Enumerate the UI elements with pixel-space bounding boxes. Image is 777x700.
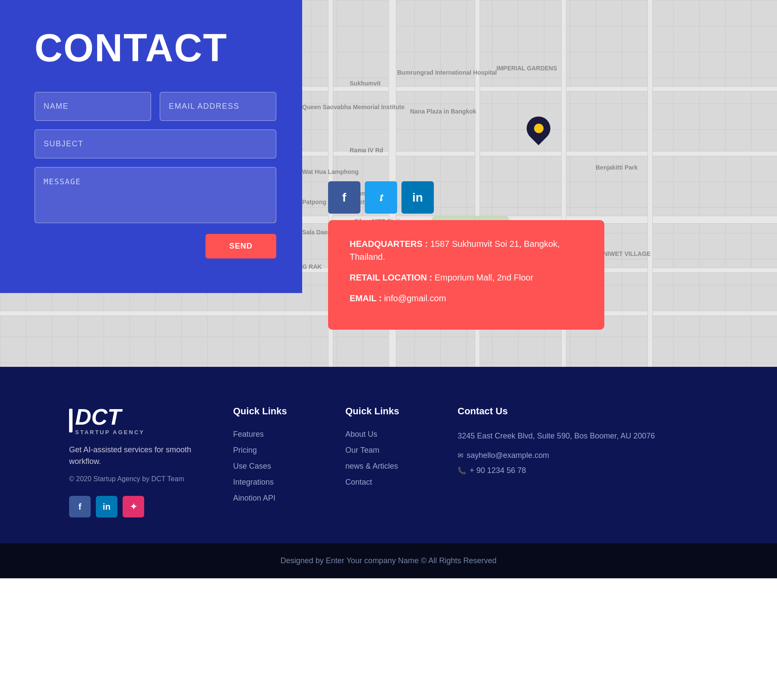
- footer-copyright: © 2020 Startup Agency by DCT Team: [69, 475, 207, 483]
- footer-instagram-icon[interactable]: ✦: [123, 496, 144, 517]
- footer-quick-links-2: Quick Links About Us Our Team news & Art…: [345, 406, 432, 494]
- contact-title: CONTACT: [35, 26, 276, 70]
- retail-info: RETAIL LOCATION : Emporium Mall, 2nd Flo…: [350, 271, 583, 284]
- contact-panel: CONTACT SEND: [0, 0, 302, 293]
- li-letter: in: [412, 191, 423, 205]
- footer-link-news[interactable]: news & Articles: [345, 462, 432, 471]
- logo-dct-text: DCT: [75, 406, 145, 428]
- footer-link-about[interactable]: About Us: [345, 430, 432, 439]
- map-section: Sukhumvit Rama IV Rd Silom MRT Station L…: [0, 0, 777, 367]
- footer-link-team[interactable]: Our Team: [345, 446, 432, 455]
- twitter-map-icon[interactable]: 𝑡: [365, 181, 397, 214]
- footer-link-contact[interactable]: Contact: [345, 478, 432, 487]
- linkedin-map-icon[interactable]: in: [401, 181, 434, 214]
- contact-us-title: Contact Us: [458, 406, 708, 417]
- footer-contact-column: Contact Us 3245 East Creek Blvd, Suite 5…: [458, 406, 708, 481]
- footer: DCT STARTUP AGENCY Get AI-assisted servi…: [0, 367, 777, 543]
- info-card: HEADQUARTERS : 1587 Sukhumvit Soi 21, Ba…: [328, 220, 604, 330]
- logo-text-wrap: DCT STARTUP AGENCY: [75, 406, 145, 435]
- form-row-name-email: [35, 92, 276, 121]
- footer-tagline: Get AI-assisted services for smooth work…: [69, 444, 207, 467]
- contact-phone-item: 📞 + 90 1234 56 78: [458, 466, 708, 475]
- contact-phone: + 90 1234 56 78: [470, 466, 526, 475]
- footer-brand: DCT STARTUP AGENCY Get AI-assisted servi…: [69, 406, 207, 517]
- bottom-bar: Designed by Enter Your company Name © Al…: [0, 543, 777, 578]
- footer-social-icons: f in ✦: [69, 496, 207, 517]
- logo-icon-wrap: DCT STARTUP AGENCY: [69, 406, 145, 435]
- name-input[interactable]: [35, 92, 151, 121]
- headquarters-info: HEADQUARTERS : 1587 Sukhumvit Soi 21, Ba…: [350, 237, 583, 263]
- footer-linkedin-icon[interactable]: in: [96, 496, 117, 517]
- fb-letter: f: [342, 191, 346, 205]
- footer-quick-links-1: Quick Links Features Pricing Use Cases I…: [233, 406, 319, 510]
- tw-letter: 𝑡: [379, 190, 383, 205]
- phone-icon: 📞: [458, 467, 466, 475]
- footer-link-pricing[interactable]: Pricing: [233, 446, 319, 455]
- footer-link-features[interactable]: Features: [233, 430, 319, 439]
- email-info: EMAIL : info@gmail.com: [350, 292, 583, 305]
- footer-facebook-icon[interactable]: f: [69, 496, 91, 517]
- email-icon: ✉: [458, 451, 463, 460]
- quick-links-2-title: Quick Links: [345, 406, 432, 417]
- message-textarea[interactable]: [35, 167, 276, 223]
- contact-address: 3245 East Creek Blvd, Suite 590, Bos Boo…: [458, 430, 708, 442]
- email-input[interactable]: [160, 92, 276, 121]
- map-pin: [527, 117, 550, 140]
- contact-email-item: ✉ sayhello@example.com: [458, 451, 708, 460]
- contact-email: sayhello@example.com: [467, 451, 549, 460]
- footer-link-use-cases[interactable]: Use Cases: [233, 462, 319, 471]
- submit-button[interactable]: SEND: [205, 234, 276, 259]
- logo-bar: [69, 409, 73, 432]
- bottom-bar-text: Designed by Enter Your company Name © Al…: [281, 556, 497, 565]
- logo-startup-text: STARTUP AGENCY: [75, 429, 145, 435]
- social-icons-map: f 𝑡 in: [328, 181, 434, 214]
- footer-logo: DCT STARTUP AGENCY: [69, 406, 207, 435]
- quick-links-1-title: Quick Links: [233, 406, 319, 417]
- footer-link-integrations[interactable]: Integrations: [233, 478, 319, 487]
- subject-input[interactable]: [35, 129, 276, 158]
- footer-link-ainotion[interactable]: Ainotion API: [233, 494, 319, 503]
- facebook-map-icon[interactable]: f: [328, 181, 360, 214]
